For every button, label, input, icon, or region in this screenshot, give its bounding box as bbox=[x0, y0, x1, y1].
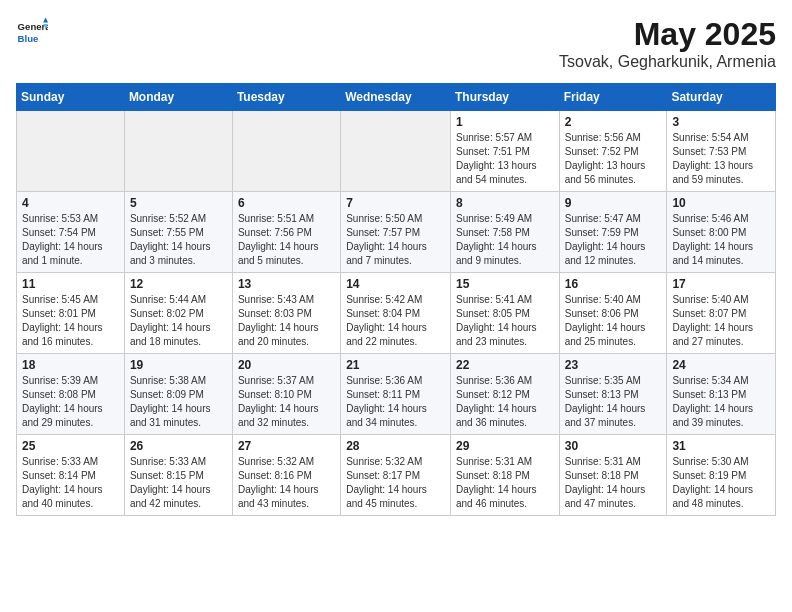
calendar-cell: 15Sunrise: 5:41 AM Sunset: 8:05 PM Dayli… bbox=[450, 273, 559, 354]
calendar-cell: 11Sunrise: 5:45 AM Sunset: 8:01 PM Dayli… bbox=[17, 273, 125, 354]
title-block: May 2025 Tsovak, Gegharkunik, Armenia bbox=[559, 16, 776, 71]
day-number: 18 bbox=[22, 358, 119, 372]
calendar-cell: 17Sunrise: 5:40 AM Sunset: 8:07 PM Dayli… bbox=[667, 273, 776, 354]
calendar-cell: 18Sunrise: 5:39 AM Sunset: 8:08 PM Dayli… bbox=[17, 354, 125, 435]
day-info: Sunrise: 5:37 AM Sunset: 8:10 PM Dayligh… bbox=[238, 374, 335, 430]
page-header: General Blue May 2025 Tsovak, Gegharkuni… bbox=[16, 16, 776, 71]
day-info: Sunrise: 5:54 AM Sunset: 7:53 PM Dayligh… bbox=[672, 131, 770, 187]
calendar-table: SundayMondayTuesdayWednesdayThursdayFrid… bbox=[16, 83, 776, 516]
day-number: 27 bbox=[238, 439, 335, 453]
day-info: Sunrise: 5:53 AM Sunset: 7:54 PM Dayligh… bbox=[22, 212, 119, 268]
calendar-cell: 25Sunrise: 5:33 AM Sunset: 8:14 PM Dayli… bbox=[17, 435, 125, 516]
weekday-header-thursday: Thursday bbox=[450, 84, 559, 111]
day-info: Sunrise: 5:33 AM Sunset: 8:15 PM Dayligh… bbox=[130, 455, 227, 511]
calendar-cell: 14Sunrise: 5:42 AM Sunset: 8:04 PM Dayli… bbox=[341, 273, 451, 354]
day-number: 26 bbox=[130, 439, 227, 453]
day-number: 7 bbox=[346, 196, 445, 210]
calendar-week-1: 1Sunrise: 5:57 AM Sunset: 7:51 PM Daylig… bbox=[17, 111, 776, 192]
calendar-cell: 31Sunrise: 5:30 AM Sunset: 8:19 PM Dayli… bbox=[667, 435, 776, 516]
day-number: 21 bbox=[346, 358, 445, 372]
day-number: 3 bbox=[672, 115, 770, 129]
weekday-header-sunday: Sunday bbox=[17, 84, 125, 111]
calendar-cell: 28Sunrise: 5:32 AM Sunset: 8:17 PM Dayli… bbox=[341, 435, 451, 516]
location-title: Tsovak, Gegharkunik, Armenia bbox=[559, 53, 776, 71]
day-info: Sunrise: 5:49 AM Sunset: 7:58 PM Dayligh… bbox=[456, 212, 554, 268]
day-info: Sunrise: 5:34 AM Sunset: 8:13 PM Dayligh… bbox=[672, 374, 770, 430]
day-number: 5 bbox=[130, 196, 227, 210]
calendar-cell bbox=[341, 111, 451, 192]
weekday-header-saturday: Saturday bbox=[667, 84, 776, 111]
calendar-cell: 3Sunrise: 5:54 AM Sunset: 7:53 PM Daylig… bbox=[667, 111, 776, 192]
logo-icon: General Blue bbox=[16, 16, 48, 48]
day-number: 15 bbox=[456, 277, 554, 291]
weekday-header-wednesday: Wednesday bbox=[341, 84, 451, 111]
day-number: 29 bbox=[456, 439, 554, 453]
day-info: Sunrise: 5:32 AM Sunset: 8:17 PM Dayligh… bbox=[346, 455, 445, 511]
day-number: 31 bbox=[672, 439, 770, 453]
calendar-week-2: 4Sunrise: 5:53 AM Sunset: 7:54 PM Daylig… bbox=[17, 192, 776, 273]
weekday-header-row: SundayMondayTuesdayWednesdayThursdayFrid… bbox=[17, 84, 776, 111]
day-info: Sunrise: 5:38 AM Sunset: 8:09 PM Dayligh… bbox=[130, 374, 227, 430]
day-number: 12 bbox=[130, 277, 227, 291]
day-info: Sunrise: 5:57 AM Sunset: 7:51 PM Dayligh… bbox=[456, 131, 554, 187]
calendar-cell: 30Sunrise: 5:31 AM Sunset: 8:18 PM Dayli… bbox=[559, 435, 667, 516]
weekday-header-friday: Friday bbox=[559, 84, 667, 111]
svg-text:Blue: Blue bbox=[18, 33, 39, 44]
day-number: 25 bbox=[22, 439, 119, 453]
day-info: Sunrise: 5:40 AM Sunset: 8:06 PM Dayligh… bbox=[565, 293, 662, 349]
day-number: 28 bbox=[346, 439, 445, 453]
day-number: 20 bbox=[238, 358, 335, 372]
day-info: Sunrise: 5:30 AM Sunset: 8:19 PM Dayligh… bbox=[672, 455, 770, 511]
day-number: 11 bbox=[22, 277, 119, 291]
calendar-cell: 8Sunrise: 5:49 AM Sunset: 7:58 PM Daylig… bbox=[450, 192, 559, 273]
day-number: 9 bbox=[565, 196, 662, 210]
calendar-cell: 2Sunrise: 5:56 AM Sunset: 7:52 PM Daylig… bbox=[559, 111, 667, 192]
calendar-cell: 10Sunrise: 5:46 AM Sunset: 8:00 PM Dayli… bbox=[667, 192, 776, 273]
day-number: 2 bbox=[565, 115, 662, 129]
day-info: Sunrise: 5:45 AM Sunset: 8:01 PM Dayligh… bbox=[22, 293, 119, 349]
calendar-cell bbox=[232, 111, 340, 192]
calendar-cell: 19Sunrise: 5:38 AM Sunset: 8:09 PM Dayli… bbox=[124, 354, 232, 435]
calendar-cell: 13Sunrise: 5:43 AM Sunset: 8:03 PM Dayli… bbox=[232, 273, 340, 354]
logo: General Blue bbox=[16, 16, 48, 48]
calendar-cell: 29Sunrise: 5:31 AM Sunset: 8:18 PM Dayli… bbox=[450, 435, 559, 516]
day-number: 24 bbox=[672, 358, 770, 372]
calendar-cell: 7Sunrise: 5:50 AM Sunset: 7:57 PM Daylig… bbox=[341, 192, 451, 273]
weekday-header-monday: Monday bbox=[124, 84, 232, 111]
day-info: Sunrise: 5:40 AM Sunset: 8:07 PM Dayligh… bbox=[672, 293, 770, 349]
day-info: Sunrise: 5:31 AM Sunset: 8:18 PM Dayligh… bbox=[565, 455, 662, 511]
day-info: Sunrise: 5:46 AM Sunset: 8:00 PM Dayligh… bbox=[672, 212, 770, 268]
day-number: 23 bbox=[565, 358, 662, 372]
day-info: Sunrise: 5:50 AM Sunset: 7:57 PM Dayligh… bbox=[346, 212, 445, 268]
day-info: Sunrise: 5:56 AM Sunset: 7:52 PM Dayligh… bbox=[565, 131, 662, 187]
calendar-cell: 5Sunrise: 5:52 AM Sunset: 7:55 PM Daylig… bbox=[124, 192, 232, 273]
day-number: 17 bbox=[672, 277, 770, 291]
calendar-cell: 9Sunrise: 5:47 AM Sunset: 7:59 PM Daylig… bbox=[559, 192, 667, 273]
calendar-cell: 26Sunrise: 5:33 AM Sunset: 8:15 PM Dayli… bbox=[124, 435, 232, 516]
calendar-cell: 6Sunrise: 5:51 AM Sunset: 7:56 PM Daylig… bbox=[232, 192, 340, 273]
calendar-cell bbox=[124, 111, 232, 192]
weekday-header-tuesday: Tuesday bbox=[232, 84, 340, 111]
day-info: Sunrise: 5:42 AM Sunset: 8:04 PM Dayligh… bbox=[346, 293, 445, 349]
day-info: Sunrise: 5:41 AM Sunset: 8:05 PM Dayligh… bbox=[456, 293, 554, 349]
calendar-cell: 16Sunrise: 5:40 AM Sunset: 8:06 PM Dayli… bbox=[559, 273, 667, 354]
day-number: 13 bbox=[238, 277, 335, 291]
day-number: 19 bbox=[130, 358, 227, 372]
calendar-cell: 22Sunrise: 5:36 AM Sunset: 8:12 PM Dayli… bbox=[450, 354, 559, 435]
day-number: 8 bbox=[456, 196, 554, 210]
day-number: 1 bbox=[456, 115, 554, 129]
day-info: Sunrise: 5:33 AM Sunset: 8:14 PM Dayligh… bbox=[22, 455, 119, 511]
calendar-cell: 12Sunrise: 5:44 AM Sunset: 8:02 PM Dayli… bbox=[124, 273, 232, 354]
day-info: Sunrise: 5:36 AM Sunset: 8:12 PM Dayligh… bbox=[456, 374, 554, 430]
day-number: 6 bbox=[238, 196, 335, 210]
calendar-cell: 1Sunrise: 5:57 AM Sunset: 7:51 PM Daylig… bbox=[450, 111, 559, 192]
calendar-cell: 23Sunrise: 5:35 AM Sunset: 8:13 PM Dayli… bbox=[559, 354, 667, 435]
day-info: Sunrise: 5:32 AM Sunset: 8:16 PM Dayligh… bbox=[238, 455, 335, 511]
month-title: May 2025 bbox=[559, 16, 776, 53]
day-number: 10 bbox=[672, 196, 770, 210]
calendar-week-4: 18Sunrise: 5:39 AM Sunset: 8:08 PM Dayli… bbox=[17, 354, 776, 435]
day-number: 30 bbox=[565, 439, 662, 453]
calendar-cell: 27Sunrise: 5:32 AM Sunset: 8:16 PM Dayli… bbox=[232, 435, 340, 516]
day-info: Sunrise: 5:43 AM Sunset: 8:03 PM Dayligh… bbox=[238, 293, 335, 349]
calendar-cell: 24Sunrise: 5:34 AM Sunset: 8:13 PM Dayli… bbox=[667, 354, 776, 435]
